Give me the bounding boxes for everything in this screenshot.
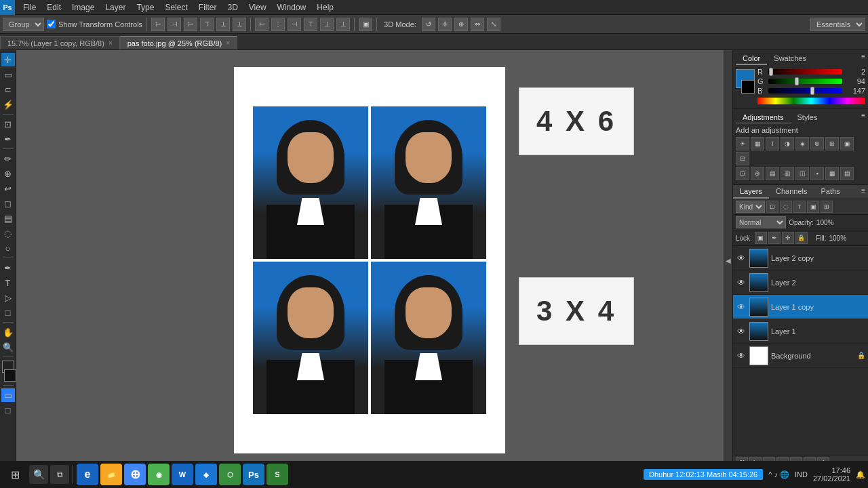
distribute-right-icon[interactable]: ⊣ [288, 18, 301, 31]
color-panel-menu[interactable]: ≡ [861, 53, 865, 65]
taskbar-word[interactable]: W [172, 464, 193, 485]
move-tool[interactable]: ✛ [1, 53, 15, 66]
eraser-tool[interactable]: ◻ [1, 197, 15, 210]
invert-adj[interactable]: ⊡ [736, 167, 749, 180]
fullscreen-mode-btn[interactable]: □ [1, 403, 15, 417]
right-panel-collapse[interactable]: ◀ [723, 50, 732, 470]
menu-file[interactable]: File [18, 1, 41, 14]
tab-channels[interactable]: Channels [769, 185, 814, 199]
dodge-tool[interactable]: ○ [1, 241, 15, 255]
group-select[interactable]: Group [3, 18, 44, 31]
background-color[interactable] [4, 369, 16, 382]
eyedropper-tool[interactable]: ✒ [1, 132, 15, 146]
threshold-adj[interactable]: ▤ [766, 167, 779, 180]
solidcolor-adj[interactable]: ▪ [810, 167, 824, 180]
tab-adjustments[interactable]: Adjustments [736, 112, 791, 123]
colorbalance-adj[interactable]: ⊞ [825, 137, 839, 150]
arrange-icon[interactable]: ▣ [359, 18, 372, 31]
menu-3d[interactable]: 3D [222, 1, 243, 14]
lock-move-icon[interactable]: ✛ [782, 232, 794, 244]
layer-filter-shape[interactable]: ▣ [807, 201, 819, 213]
crop-tool[interactable]: ⊡ [1, 117, 15, 131]
menu-edit[interactable]: Edit [41, 1, 66, 14]
curves-adj[interactable]: ⌇ [766, 137, 779, 150]
hand-tool[interactable]: ✋ [1, 325, 15, 339]
magic-wand-tool[interactable]: ⚡ [1, 98, 15, 111]
layer-item-layer1[interactable]: 👁 Layer 1 [733, 319, 868, 344]
selectcolor-adj[interactable]: ◫ [795, 167, 809, 180]
b-track[interactable] [768, 88, 842, 94]
taskbar-edge[interactable]: e [77, 464, 98, 485]
menu-window[interactable]: Window [272, 1, 312, 14]
distribute-middle-icon[interactable]: ⊥ [320, 18, 334, 31]
align-right-icon[interactable]: ⊢ [184, 18, 197, 31]
taskbar-green3[interactable]: S [267, 464, 288, 485]
layer-visibility-layer2[interactable]: 👁 [736, 277, 747, 288]
pen-tool[interactable]: ✒ [1, 261, 15, 274]
align-center-icon[interactable]: ⊣ [167, 18, 181, 31]
menu-view[interactable]: View [243, 1, 272, 14]
tab-paths[interactable]: Paths [814, 185, 847, 199]
layer-item-layer2copy[interactable]: 👁 Layer 2 copy [733, 246, 868, 270]
taskbar-green1[interactable]: ◉ [148, 464, 170, 485]
menu-select[interactable]: Select [159, 1, 193, 14]
align-left-icon[interactable]: ⊢ [151, 18, 165, 31]
layers-panel-menu[interactable]: ≡ [859, 185, 868, 199]
gradmap-adj[interactable]: ▥ [781, 167, 794, 180]
lock-all-icon[interactable]: 🔒 [795, 232, 808, 244]
distribute-left-icon[interactable]: ⊢ [255, 18, 269, 31]
tab-swatches[interactable]: Swatches [767, 53, 813, 65]
type-tool[interactable]: T [1, 276, 15, 289]
exposure-adj[interactable]: ◑ [781, 137, 794, 150]
orbit-icon[interactable]: ⊕ [454, 18, 468, 31]
layer-item-layer2[interactable]: 👁 Layer 2 [733, 270, 868, 295]
marquee-tool[interactable]: ▭ [1, 68, 15, 81]
vibrance-adj[interactable]: ◈ [795, 137, 809, 150]
channelmix-adj[interactable]: ⊟ [736, 152, 749, 165]
zoom-tool[interactable]: 🔍 [1, 340, 15, 354]
menu-help[interactable]: Help [311, 1, 339, 14]
hsl-adj[interactable]: ⊕ [810, 137, 824, 150]
essentials-select[interactable]: Essentials [810, 18, 865, 31]
layer-filter-text[interactable]: T [793, 201, 806, 213]
path-select-tool[interactable]: ▷ [1, 291, 15, 304]
layer-visibility-layer2copy[interactable]: 👁 [736, 253, 747, 264]
history-brush-tool[interactable]: ↩ [1, 182, 15, 195]
tab-color[interactable]: Color [736, 53, 767, 65]
align-middle-icon[interactable]: ⊥ [216, 18, 230, 31]
transform-controls-checkbox[interactable] [47, 20, 56, 28]
scale3d-icon[interactable]: ⤡ [487, 18, 500, 31]
layer-visibility-layer1copy[interactable]: 👁 [736, 302, 747, 312]
taskview-btn[interactable]: ⧉ [50, 465, 69, 484]
b-thumb[interactable] [810, 87, 814, 95]
distribute-top-icon[interactable]: ⊤ [304, 18, 317, 31]
gradient-tool[interactable]: ▤ [1, 211, 15, 225]
g-thumb[interactable] [795, 77, 799, 85]
taskbar-green2[interactable]: ⬡ [219, 464, 241, 485]
menu-filter[interactable]: Filter [193, 1, 222, 14]
menu-type[interactable]: Type [131, 1, 159, 14]
r-track[interactable] [768, 69, 842, 75]
taskbar-ps[interactable]: Ps [243, 464, 264, 485]
brush-tool[interactable]: ✏ [1, 152, 15, 165]
g-track[interactable] [768, 79, 842, 84]
align-top-icon[interactable]: ⊤ [200, 18, 214, 31]
brightness-adj[interactable]: ☀ [736, 137, 749, 150]
distribute-center-icon[interactable]: ⋮ [271, 18, 285, 31]
taskbar-notification[interactable]: 🔔 [856, 470, 865, 479]
layer-filter-smart[interactable]: ⊞ [821, 201, 833, 213]
start-btn[interactable]: ⊞ [3, 462, 27, 487]
taskbar-chrome[interactable]: ⊕ [124, 464, 146, 485]
rotate-icon[interactable]: ↺ [422, 18, 435, 31]
blur-tool[interactable]: ◌ [1, 226, 15, 240]
lock-position-icon[interactable]: ✒ [768, 232, 781, 244]
tab-layer1copy[interactable]: 15.7% (Layer 1 copy, RGB/8) × [0, 36, 120, 49]
menu-image[interactable]: Image [66, 1, 100, 14]
levels-adj[interactable]: ▦ [751, 137, 764, 150]
tab-close-1[interactable]: × [226, 39, 230, 47]
slide-icon[interactable]: ⇔ [471, 18, 484, 31]
layer-visibility-background[interactable]: 👁 [736, 350, 747, 361]
tab-styles[interactable]: Styles [791, 112, 825, 123]
color-spectrum[interactable] [757, 98, 865, 104]
blend-mode-select[interactable]: Normal [736, 216, 786, 228]
